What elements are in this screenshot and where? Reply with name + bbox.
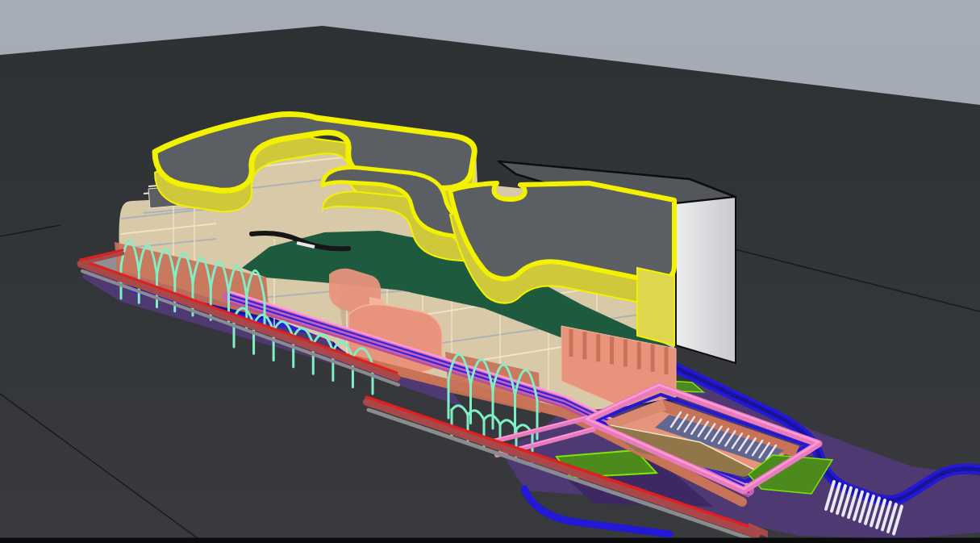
white-box-face — [676, 197, 736, 363]
bottom-edge-bar — [0, 538, 980, 543]
model-viewport[interactable] — [0, 0, 980, 543]
yellow-wall-right-tall — [637, 268, 674, 345]
scene-canvas — [0, 0, 980, 543]
